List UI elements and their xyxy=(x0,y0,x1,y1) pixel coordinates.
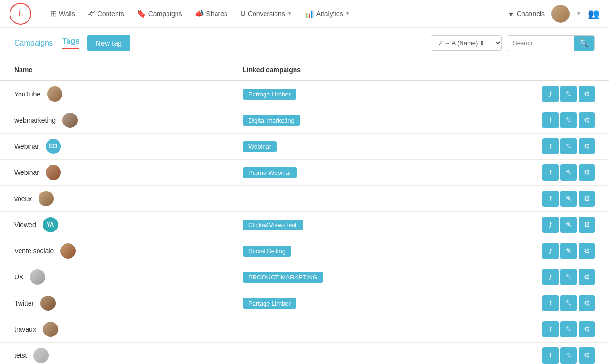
campaigns-cell: Digital marketing xyxy=(243,115,538,126)
edit-button[interactable]: ✎ xyxy=(560,164,577,181)
table-row: Webinar Promo Webinar ⤴ ✎ ⚙ xyxy=(0,160,609,186)
campaign-badge: Webinar xyxy=(243,141,277,152)
edit-button[interactable]: ✎ xyxy=(560,269,577,285)
share-button[interactable]: ⤴ xyxy=(542,86,559,102)
actions-cell: ⤴ ✎ ⚙ xyxy=(538,321,595,337)
row-name-cell: tetst xyxy=(14,348,243,363)
tab-tags[interactable]: Tags xyxy=(62,37,79,49)
campaign-badge: Digital marketing xyxy=(243,115,300,126)
campaigns-cell: Promo Webinar xyxy=(243,167,538,178)
search-button[interactable]: 🔍 xyxy=(574,36,594,51)
settings-icon: ⚙ xyxy=(584,116,590,125)
settings-button[interactable]: ⚙ xyxy=(579,138,595,154)
analytics-caret: ▼ xyxy=(345,11,350,16)
share-icon: ⤴ xyxy=(549,326,552,334)
user-caret[interactable]: ▼ xyxy=(576,11,581,16)
settings-icon: ⚙ xyxy=(584,299,590,307)
logo[interactable]: L xyxy=(10,3,31,25)
edit-button[interactable]: ✎ xyxy=(560,243,577,259)
share-icon: ⤴ xyxy=(549,169,552,177)
table-row: voeux ⤴ ✎ ⚙ xyxy=(0,186,609,212)
analytics-icon: 📊 xyxy=(304,9,314,18)
tag-name: voeux xyxy=(14,195,32,202)
nav-links: ⊞ Walls 🖇 Contents 🔖 Campaigns 📣 Shares … xyxy=(46,6,508,21)
edit-button[interactable]: ✎ xyxy=(560,138,577,154)
settings-icon: ⚙ xyxy=(584,142,590,151)
search-input[interactable] xyxy=(507,36,574,50)
settings-button[interactable]: ⚙ xyxy=(579,243,595,259)
campaigns-cell: Partage Limber xyxy=(243,89,538,100)
share-icon: ⤴ xyxy=(549,273,552,281)
campaigns-cell: Clicks&ViewsTest xyxy=(243,220,538,230)
share-button[interactable]: ⤴ xyxy=(542,269,559,285)
settings-button[interactable]: ⚙ xyxy=(579,86,595,102)
sort-select[interactable]: Z → A (Name) ⇕ A → Z (Name) ⇕ xyxy=(431,35,502,51)
col-linked-campaigns: Linked campaigns xyxy=(243,66,538,74)
edit-button[interactable]: ✎ xyxy=(560,217,577,233)
edit-icon: ✎ xyxy=(566,194,572,203)
tags-table: Name Linked campaigns YouTube Partage Li… xyxy=(0,59,609,364)
avatar: YA xyxy=(43,217,58,232)
share-button[interactable]: ⤴ xyxy=(542,243,559,259)
share-button[interactable]: ⤴ xyxy=(542,164,559,181)
share-button[interactable]: ⤴ xyxy=(542,112,559,128)
edit-button[interactable]: ✎ xyxy=(560,191,577,207)
settings-icon: ⚙ xyxy=(584,194,590,203)
settings-button[interactable]: ⚙ xyxy=(579,269,595,285)
settings-button[interactable]: ⚙ xyxy=(579,217,595,233)
tag-name: tetst xyxy=(14,352,27,359)
channels-star-icon: ★ xyxy=(508,10,514,18)
share-button[interactable]: ⤴ xyxy=(542,295,559,311)
nav-analytics[interactable]: 📊 Analytics ▼ xyxy=(300,6,355,21)
actions-cell: ⤴ ✎ ⚙ xyxy=(538,269,595,285)
settings-button[interactable]: ⚙ xyxy=(579,164,595,181)
user-avatar[interactable] xyxy=(551,5,570,23)
row-name-cell: Twitter xyxy=(14,296,243,311)
settings-button[interactable]: ⚙ xyxy=(579,191,595,207)
actions-cell: ⤴ ✎ ⚙ xyxy=(538,295,595,311)
settings-button[interactable]: ⚙ xyxy=(579,321,595,337)
share-button[interactable]: ⤴ xyxy=(542,321,559,337)
settings-icon: ⚙ xyxy=(584,273,590,281)
campaign-badge: PRODUCT MARKETING xyxy=(243,272,323,283)
nav-walls[interactable]: ⊞ Walls xyxy=(46,6,80,21)
edit-button[interactable]: ✎ xyxy=(560,295,577,311)
share-button[interactable]: ⤴ xyxy=(542,191,559,207)
avatar xyxy=(30,269,45,285)
nav-campaigns[interactable]: 🔖 Campaigns xyxy=(132,6,187,21)
table-row: tetst ⤴ ✎ ⚙ xyxy=(0,343,609,364)
share-button[interactable]: ⤴ xyxy=(542,347,559,364)
table-row: Vente sociale Social Selling ⤴ ✎ ⚙ xyxy=(0,238,609,264)
nav-shares-label: Shares xyxy=(206,10,227,18)
new-tag-button[interactable]: New tag xyxy=(87,35,130,51)
settings-button[interactable]: ⚙ xyxy=(579,295,595,311)
nav-shares[interactable]: 📣 Shares xyxy=(190,6,232,21)
share-icon: ⤴ xyxy=(549,299,552,307)
share-button[interactable]: ⤴ xyxy=(542,217,559,233)
tag-name: webmarketing xyxy=(14,116,56,124)
tab-tags-label: Tags xyxy=(62,37,79,45)
tag-name: Webinar xyxy=(14,169,39,176)
edit-icon: ✎ xyxy=(566,90,572,98)
channels-link[interactable]: ★ Channels xyxy=(508,10,545,18)
edit-button[interactable]: ✎ xyxy=(560,112,577,128)
nav-conversions[interactable]: ∪ Conversions ▼ xyxy=(235,6,297,21)
team-users-icon[interactable]: 👥 xyxy=(588,8,599,19)
toolbar: Campaigns Tags New tag Z → A (Name) ⇕ A … xyxy=(0,27,609,59)
campaigns-cell: PRODUCT MARKETING xyxy=(243,272,538,283)
share-button[interactable]: ⤴ xyxy=(542,138,559,154)
edit-button[interactable]: ✎ xyxy=(560,347,577,364)
nav-contents[interactable]: 🖇 Contents xyxy=(83,7,129,21)
share-icon: ⤴ xyxy=(549,143,552,151)
campaign-badge: Clicks&ViewsTest xyxy=(243,220,303,230)
shares-icon: 📣 xyxy=(195,9,204,18)
tab-campaigns[interactable]: Campaigns xyxy=(14,39,53,48)
campaigns-cell: Social Selling xyxy=(243,246,538,257)
tab-campaigns-label: Campaigns xyxy=(14,39,53,47)
settings-button[interactable]: ⚙ xyxy=(579,112,595,128)
edit-button[interactable]: ✎ xyxy=(560,86,577,102)
settings-button[interactable]: ⚙ xyxy=(579,347,595,364)
campaign-badge: Social Selling xyxy=(243,246,291,257)
edit-button[interactable]: ✎ xyxy=(560,321,577,337)
avatar xyxy=(33,348,49,363)
